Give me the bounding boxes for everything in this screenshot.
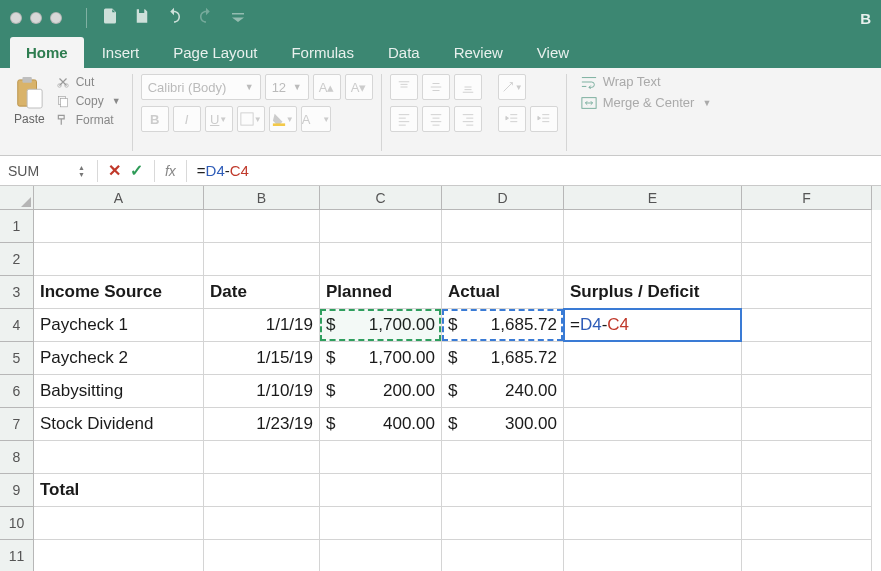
copy-button[interactable]: Copy▼ bbox=[53, 93, 124, 109]
cell-B5[interactable]: 1/15/19 bbox=[204, 342, 320, 375]
row-header-3[interactable]: 3 bbox=[0, 276, 34, 309]
col-header-D[interactable]: D bbox=[442, 186, 564, 210]
qat-customize-icon[interactable] bbox=[229, 7, 247, 29]
cell-A1[interactable] bbox=[34, 210, 204, 243]
cell-C5[interactable]: $1,700.00 bbox=[320, 342, 442, 375]
row-header-9[interactable]: 9 bbox=[0, 474, 34, 507]
align-center-icon[interactable] bbox=[422, 106, 450, 132]
fill-color-button[interactable]: ▼ bbox=[269, 106, 297, 132]
cell-E7[interactable] bbox=[564, 408, 742, 441]
autosave-icon[interactable] bbox=[101, 7, 119, 29]
cell-F4[interactable] bbox=[742, 309, 872, 342]
cell-D4[interactable]: $1,685.72 bbox=[442, 309, 564, 342]
bold-button[interactable]: B bbox=[141, 106, 169, 132]
decrease-font-icon[interactable]: A▾ bbox=[345, 74, 373, 100]
row-header-2[interactable]: 2 bbox=[0, 243, 34, 276]
font-size-select[interactable]: 12▼ bbox=[265, 74, 309, 100]
cell-F6[interactable] bbox=[742, 375, 872, 408]
formula-input[interactable]: =D4-C4 bbox=[193, 162, 881, 179]
cell-F2[interactable] bbox=[742, 243, 872, 276]
col-header-A[interactable]: A bbox=[34, 186, 204, 210]
increase-indent-icon[interactable] bbox=[530, 106, 558, 132]
tab-view[interactable]: View bbox=[521, 37, 585, 68]
align-left-icon[interactable] bbox=[390, 106, 418, 132]
cell-C6[interactable]: $200.00 bbox=[320, 375, 442, 408]
cell-F7[interactable] bbox=[742, 408, 872, 441]
cell-A4[interactable]: Paycheck 1 bbox=[34, 309, 204, 342]
cell-D7[interactable]: $300.00 bbox=[442, 408, 564, 441]
cell-A11[interactable] bbox=[34, 540, 204, 571]
cell-C11[interactable] bbox=[320, 540, 442, 571]
tab-data[interactable]: Data bbox=[372, 37, 436, 68]
cell-F1[interactable] bbox=[742, 210, 872, 243]
cell-E6[interactable] bbox=[564, 375, 742, 408]
cell-E5[interactable] bbox=[564, 342, 742, 375]
cell-B11[interactable] bbox=[204, 540, 320, 571]
tab-formulas[interactable]: Formulas bbox=[275, 37, 370, 68]
orientation-icon[interactable]: ▼ bbox=[498, 74, 526, 100]
cell-B10[interactable] bbox=[204, 507, 320, 540]
cell-C4[interactable]: $1,700.00 bbox=[320, 309, 442, 342]
cell-F8[interactable] bbox=[742, 441, 872, 474]
font-color-button[interactable]: A▼ bbox=[301, 106, 332, 132]
undo-icon[interactable] bbox=[165, 7, 183, 29]
cell-D9[interactable] bbox=[442, 474, 564, 507]
tab-home[interactable]: Home bbox=[10, 37, 84, 68]
cell-E1[interactable] bbox=[564, 210, 742, 243]
spreadsheet-grid[interactable]: A B C D E F 1 2 3 Income Source Date Pla… bbox=[0, 186, 881, 571]
format-painter-button[interactable]: Format bbox=[53, 112, 124, 128]
cell-B2[interactable] bbox=[204, 243, 320, 276]
cell-D1[interactable] bbox=[442, 210, 564, 243]
cell-C2[interactable] bbox=[320, 243, 442, 276]
cell-C1[interactable] bbox=[320, 210, 442, 243]
cell-B6[interactable]: 1/10/19 bbox=[204, 375, 320, 408]
cell-E2[interactable] bbox=[564, 243, 742, 276]
cell-B7[interactable]: 1/23/19 bbox=[204, 408, 320, 441]
cell-A5[interactable]: Paycheck 2 bbox=[34, 342, 204, 375]
cell-C3[interactable]: Planned bbox=[320, 276, 442, 309]
tab-insert[interactable]: Insert bbox=[86, 37, 156, 68]
cell-C10[interactable] bbox=[320, 507, 442, 540]
align-bottom-icon[interactable] bbox=[454, 74, 482, 100]
cell-E3[interactable]: Surplus / Deficit bbox=[564, 276, 742, 309]
row-header-4[interactable]: 4 bbox=[0, 309, 34, 342]
align-middle-icon[interactable] bbox=[422, 74, 450, 100]
name-box[interactable]: SUM bbox=[0, 163, 78, 179]
redo-icon[interactable] bbox=[197, 7, 215, 29]
cell-D8[interactable] bbox=[442, 441, 564, 474]
cell-B8[interactable] bbox=[204, 441, 320, 474]
confirm-formula-icon[interactable]: ✓ bbox=[126, 161, 148, 180]
align-top-icon[interactable] bbox=[390, 74, 418, 100]
row-header-1[interactable]: 1 bbox=[0, 210, 34, 243]
cell-F3[interactable] bbox=[742, 276, 872, 309]
cell-A3[interactable]: Income Source bbox=[34, 276, 204, 309]
row-header-10[interactable]: 10 bbox=[0, 507, 34, 540]
cell-A6[interactable]: Babysitting bbox=[34, 375, 204, 408]
paste-button[interactable]: Paste bbox=[10, 74, 49, 128]
cell-E11[interactable] bbox=[564, 540, 742, 571]
font-name-select[interactable]: Calibri (Body)▼ bbox=[141, 74, 261, 100]
cancel-formula-icon[interactable]: ✕ bbox=[104, 161, 126, 180]
increase-font-icon[interactable]: A▴ bbox=[313, 74, 341, 100]
close-window-icon[interactable] bbox=[10, 12, 22, 24]
row-header-7[interactable]: 7 bbox=[0, 408, 34, 441]
cell-F10[interactable] bbox=[742, 507, 872, 540]
align-right-icon[interactable] bbox=[454, 106, 482, 132]
wrap-text-button[interactable]: Wrap Text bbox=[581, 74, 712, 89]
decrease-indent-icon[interactable] bbox=[498, 106, 526, 132]
col-header-C[interactable]: C bbox=[320, 186, 442, 210]
cell-B4[interactable]: 1/1/19 bbox=[204, 309, 320, 342]
col-header-F[interactable]: F bbox=[742, 186, 872, 210]
cell-F9[interactable] bbox=[742, 474, 872, 507]
select-all-triangle[interactable] bbox=[0, 186, 34, 210]
cell-B3[interactable]: Date bbox=[204, 276, 320, 309]
cell-F5[interactable] bbox=[742, 342, 872, 375]
cell-A8[interactable] bbox=[34, 441, 204, 474]
row-header-11[interactable]: 11 bbox=[0, 540, 34, 571]
cell-A10[interactable] bbox=[34, 507, 204, 540]
cell-E4[interactable]: =D4-C4 bbox=[564, 309, 742, 342]
cell-C9[interactable] bbox=[320, 474, 442, 507]
merge-center-button[interactable]: Merge & Center▼ bbox=[581, 95, 712, 110]
cell-E9[interactable] bbox=[564, 474, 742, 507]
cell-A9[interactable]: Total bbox=[34, 474, 204, 507]
